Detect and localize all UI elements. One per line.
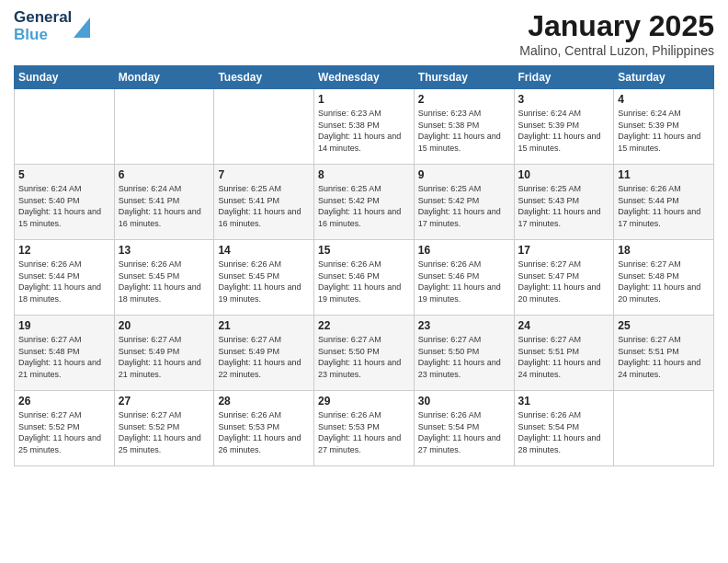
- day-number: 19: [18, 319, 110, 332]
- calendar-cell: 31Sunrise: 6:26 AM Sunset: 5:54 PM Dayli…: [514, 391, 614, 466]
- svg-marker-0: [74, 17, 90, 38]
- day-number: 17: [518, 244, 610, 257]
- header-saturday: Saturday: [614, 66, 714, 89]
- calendar-cell: [114, 89, 214, 165]
- day-info: Sunrise: 6:23 AM Sunset: 5:38 PM Dayligh…: [418, 108, 510, 154]
- header-wednesday: Wednesday: [314, 66, 415, 89]
- calendar-header-row: Sunday Monday Tuesday Wednesday Thursday…: [15, 66, 714, 89]
- header: General Blue January 2025 Malino, Centra…: [14, 9, 714, 58]
- calendar-cell: 2Sunrise: 6:23 AM Sunset: 5:38 PM Daylig…: [414, 89, 514, 165]
- day-info: Sunrise: 6:27 AM Sunset: 5:50 PM Dayligh…: [318, 334, 410, 380]
- calendar-cell: 10Sunrise: 6:25 AM Sunset: 5:43 PM Dayli…: [514, 165, 614, 240]
- calendar-week-row: 1Sunrise: 6:23 AM Sunset: 5:38 PM Daylig…: [15, 89, 714, 165]
- day-info: Sunrise: 6:25 AM Sunset: 5:43 PM Dayligh…: [518, 183, 610, 229]
- day-number: 27: [119, 395, 210, 408]
- day-number: 8: [318, 168, 410, 181]
- logo-blue-text: Blue: [14, 27, 72, 44]
- header-friday: Friday: [514, 66, 614, 89]
- calendar-cell: [614, 391, 714, 466]
- day-number: 18: [618, 244, 710, 257]
- calendar-table: Sunday Monday Tuesday Wednesday Thursday…: [14, 65, 714, 466]
- calendar-cell: 9Sunrise: 6:25 AM Sunset: 5:42 PM Daylig…: [414, 165, 514, 240]
- calendar-cell: 30Sunrise: 6:26 AM Sunset: 5:54 PM Dayli…: [414, 391, 514, 466]
- calendar-cell: 17Sunrise: 6:27 AM Sunset: 5:47 PM Dayli…: [514, 240, 614, 316]
- day-number: 25: [618, 319, 710, 332]
- logo: General Blue: [14, 9, 90, 43]
- calendar-cell: 4Sunrise: 6:24 AM Sunset: 5:39 PM Daylig…: [614, 89, 714, 165]
- calendar-cell: 19Sunrise: 6:27 AM Sunset: 5:48 PM Dayli…: [15, 316, 115, 391]
- day-info: Sunrise: 6:26 AM Sunset: 5:46 PM Dayligh…: [318, 259, 410, 304]
- day-number: 3: [518, 93, 610, 106]
- day-number: 4: [618, 93, 710, 106]
- calendar-cell: 3Sunrise: 6:24 AM Sunset: 5:39 PM Daylig…: [514, 89, 614, 165]
- day-number: 7: [218, 168, 310, 181]
- day-number: 6: [119, 168, 210, 181]
- calendar-cell: 21Sunrise: 6:27 AM Sunset: 5:49 PM Dayli…: [214, 316, 314, 391]
- day-info: Sunrise: 6:24 AM Sunset: 5:39 PM Dayligh…: [518, 108, 610, 154]
- calendar-week-row: 19Sunrise: 6:27 AM Sunset: 5:48 PM Dayli…: [15, 316, 714, 391]
- calendar-cell: 23Sunrise: 6:27 AM Sunset: 5:50 PM Dayli…: [414, 316, 514, 391]
- day-number: 1: [318, 93, 410, 106]
- header-sunday: Sunday: [15, 66, 115, 89]
- calendar-cell: 5Sunrise: 6:24 AM Sunset: 5:40 PM Daylig…: [15, 165, 115, 240]
- day-info: Sunrise: 6:25 AM Sunset: 5:42 PM Dayligh…: [318, 183, 410, 229]
- day-info: Sunrise: 6:27 AM Sunset: 5:49 PM Dayligh…: [218, 334, 310, 380]
- day-number: 14: [218, 244, 310, 257]
- day-number: 28: [218, 395, 310, 408]
- day-number: 20: [119, 319, 210, 332]
- subtitle: Malino, Central Luzon, Philippines: [519, 43, 714, 58]
- day-info: Sunrise: 6:26 AM Sunset: 5:53 PM Dayligh…: [218, 409, 310, 455]
- calendar-cell: 25Sunrise: 6:27 AM Sunset: 5:51 PM Dayli…: [614, 316, 714, 391]
- title-block: January 2025 Malino, Central Luzon, Phil…: [519, 9, 714, 58]
- calendar-cell: 22Sunrise: 6:27 AM Sunset: 5:50 PM Dayli…: [314, 316, 415, 391]
- day-info: Sunrise: 6:23 AM Sunset: 5:38 PM Dayligh…: [318, 108, 410, 154]
- day-number: 26: [18, 395, 110, 408]
- calendar-cell: 24Sunrise: 6:27 AM Sunset: 5:51 PM Dayli…: [514, 316, 614, 391]
- day-info: Sunrise: 6:26 AM Sunset: 5:44 PM Dayligh…: [18, 259, 110, 304]
- day-number: 2: [418, 93, 510, 106]
- day-number: 9: [418, 168, 510, 181]
- day-info: Sunrise: 6:26 AM Sunset: 5:46 PM Dayligh…: [418, 259, 510, 304]
- day-info: Sunrise: 6:26 AM Sunset: 5:53 PM Dayligh…: [318, 409, 410, 455]
- calendar-cell: 12Sunrise: 6:26 AM Sunset: 5:44 PM Dayli…: [15, 240, 115, 316]
- calendar-cell: 15Sunrise: 6:26 AM Sunset: 5:46 PM Dayli…: [314, 240, 415, 316]
- day-number: 13: [119, 244, 210, 257]
- day-info: Sunrise: 6:27 AM Sunset: 5:49 PM Dayligh…: [119, 334, 210, 380]
- logo-triangle-icon: [74, 17, 90, 38]
- day-info: Sunrise: 6:27 AM Sunset: 5:52 PM Dayligh…: [119, 409, 210, 455]
- day-number: 15: [318, 244, 410, 257]
- header-thursday: Thursday: [414, 66, 514, 89]
- day-info: Sunrise: 6:27 AM Sunset: 5:50 PM Dayligh…: [418, 334, 510, 380]
- day-info: Sunrise: 6:27 AM Sunset: 5:48 PM Dayligh…: [18, 334, 110, 380]
- header-monday: Monday: [114, 66, 214, 89]
- calendar-cell: 20Sunrise: 6:27 AM Sunset: 5:49 PM Dayli…: [114, 316, 214, 391]
- month-title: January 2025: [519, 9, 714, 43]
- page: General Blue January 2025 Malino, Centra…: [0, 0, 728, 563]
- calendar-cell: 6Sunrise: 6:24 AM Sunset: 5:41 PM Daylig…: [114, 165, 214, 240]
- calendar-cell: 28Sunrise: 6:26 AM Sunset: 5:53 PM Dayli…: [214, 391, 314, 466]
- day-info: Sunrise: 6:27 AM Sunset: 5:48 PM Dayligh…: [618, 259, 710, 304]
- calendar-cell: 8Sunrise: 6:25 AM Sunset: 5:42 PM Daylig…: [314, 165, 415, 240]
- logo-words: General Blue: [14, 9, 72, 43]
- day-number: 29: [318, 395, 410, 408]
- day-number: 11: [618, 168, 710, 181]
- calendar-week-row: 12Sunrise: 6:26 AM Sunset: 5:44 PM Dayli…: [15, 240, 714, 316]
- calendar-cell: 27Sunrise: 6:27 AM Sunset: 5:52 PM Dayli…: [114, 391, 214, 466]
- logo-icon: [74, 17, 90, 38]
- day-info: Sunrise: 6:25 AM Sunset: 5:41 PM Dayligh…: [218, 183, 310, 229]
- day-info: Sunrise: 6:24 AM Sunset: 5:40 PM Dayligh…: [18, 183, 110, 229]
- day-number: 5: [18, 168, 110, 181]
- day-number: 24: [518, 319, 610, 332]
- calendar-cell: 16Sunrise: 6:26 AM Sunset: 5:46 PM Dayli…: [414, 240, 514, 316]
- calendar-cell: 26Sunrise: 6:27 AM Sunset: 5:52 PM Dayli…: [15, 391, 115, 466]
- day-number: 31: [518, 395, 610, 408]
- day-number: 22: [318, 319, 410, 332]
- day-info: Sunrise: 6:26 AM Sunset: 5:54 PM Dayligh…: [418, 409, 510, 455]
- day-info: Sunrise: 6:26 AM Sunset: 5:54 PM Dayligh…: [518, 409, 610, 455]
- logo-general-text: General: [14, 9, 72, 27]
- calendar-cell: [214, 89, 314, 165]
- day-number: 23: [418, 319, 510, 332]
- day-number: 10: [518, 168, 610, 181]
- day-number: 12: [18, 244, 110, 257]
- day-info: Sunrise: 6:27 AM Sunset: 5:51 PM Dayligh…: [618, 334, 710, 380]
